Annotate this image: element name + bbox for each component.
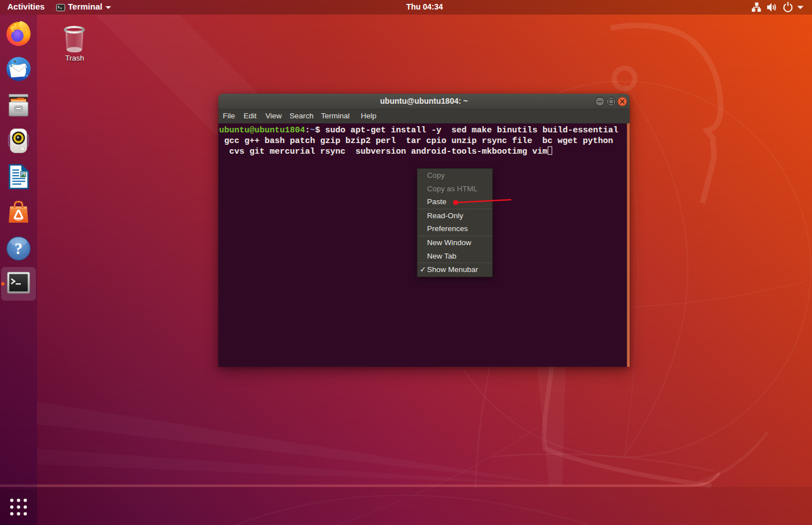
svg-text:?: ? xyxy=(15,240,23,257)
